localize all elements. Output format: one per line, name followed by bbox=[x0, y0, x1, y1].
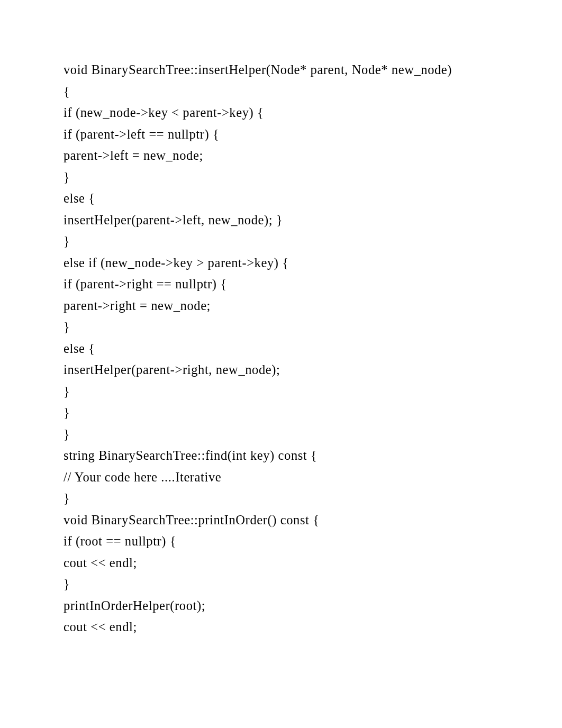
code-line: string BinarySearchTree::find(int key) c… bbox=[64, 445, 504, 467]
code-line: } bbox=[64, 316, 504, 338]
code-line: // Your code here ....Iterative bbox=[64, 467, 504, 488]
code-line: } bbox=[64, 381, 504, 403]
code-line: if (root == nullptr) { bbox=[64, 531, 504, 552]
code-line: if (parent->right == nullptr) { bbox=[64, 274, 504, 295]
code-line: else if (new_node->key > parent->key) { bbox=[64, 252, 504, 274]
code-line: } bbox=[64, 574, 504, 595]
code-line: else { bbox=[64, 338, 504, 360]
code-line: { bbox=[64, 81, 504, 103]
code-line: if (parent->left == nullptr) { bbox=[64, 124, 504, 145]
code-line: } bbox=[64, 424, 504, 445]
code-line: if (new_node->key < parent->key) { bbox=[64, 102, 504, 124]
code-line: cout << endl; bbox=[64, 552, 504, 574]
code-line: insertHelper(parent->right, new_node); bbox=[64, 359, 504, 381]
code-line: printInOrderHelper(root); bbox=[64, 595, 504, 617]
code-line: } bbox=[64, 167, 504, 188]
code-line: } bbox=[64, 402, 504, 424]
code-line: else { bbox=[64, 188, 504, 210]
code-line: void BinarySearchTree::printInOrder() co… bbox=[64, 509, 504, 531]
code-line: insertHelper(parent->left, new_node); } bbox=[64, 210, 504, 231]
code-line: cout << endl; bbox=[64, 616, 504, 638]
code-line: void BinarySearchTree::insertHelper(Node… bbox=[64, 59, 504, 81]
document-page: void BinarySearchTree::insertHelper(Node… bbox=[0, 0, 562, 728]
code-line: } bbox=[64, 231, 504, 252]
code-line: parent->right = new_node; bbox=[64, 295, 504, 317]
code-line: parent->left = new_node; bbox=[64, 145, 504, 167]
code-line: } bbox=[64, 488, 504, 509]
